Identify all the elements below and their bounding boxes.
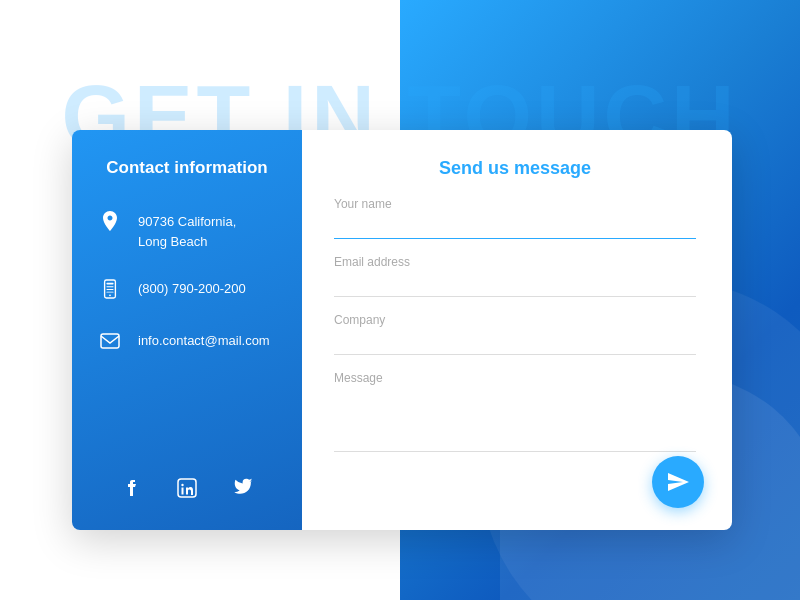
svg-rect-6 (101, 334, 119, 348)
phone-text: (800) 790-200-200 (138, 275, 246, 299)
form-group-name: Your name (334, 197, 696, 239)
svg-point-5 (109, 294, 111, 296)
form-panel: Send us message Your name Email address … (302, 130, 732, 530)
email-icon (96, 327, 124, 355)
twitter-icon[interactable] (225, 470, 261, 506)
svg-rect-4 (106, 292, 113, 293)
contact-panel-title: Contact information (96, 158, 278, 178)
linkedin-icon[interactable] (169, 470, 205, 506)
svg-rect-9 (182, 488, 184, 495)
social-row (96, 470, 278, 506)
email-text: info.contact@mail.com (138, 327, 270, 351)
input-email[interactable] (334, 273, 696, 297)
contact-phone-item: (800) 790-200-200 (96, 275, 278, 303)
phone-icon (96, 275, 124, 303)
svg-rect-2 (106, 286, 113, 287)
form-group-message: Message (334, 371, 696, 486)
form-group-company: Company (334, 313, 696, 355)
input-name[interactable] (334, 215, 696, 239)
contact-panel: Contact information 90736 California, Lo… (72, 130, 302, 530)
svg-rect-3 (106, 289, 113, 290)
label-message: Message (334, 371, 696, 385)
contact-email-item: info.contact@mail.com (96, 327, 278, 355)
send-button[interactable] (652, 456, 704, 508)
location-icon (96, 208, 124, 236)
svg-point-8 (181, 484, 183, 486)
svg-rect-1 (106, 283, 113, 285)
form-group-email: Email address (334, 255, 696, 297)
input-company[interactable] (334, 331, 696, 355)
location-text: 90736 California, Long Beach (138, 208, 236, 251)
form-title: Send us message (334, 158, 696, 179)
label-company: Company (334, 313, 696, 327)
card-container: Contact information 90736 California, Lo… (72, 130, 732, 530)
contact-location-item: 90736 California, Long Beach (96, 208, 278, 251)
label-email: Email address (334, 255, 696, 269)
facebook-icon[interactable] (113, 470, 149, 506)
label-name: Your name (334, 197, 696, 211)
input-message[interactable] (334, 389, 696, 452)
